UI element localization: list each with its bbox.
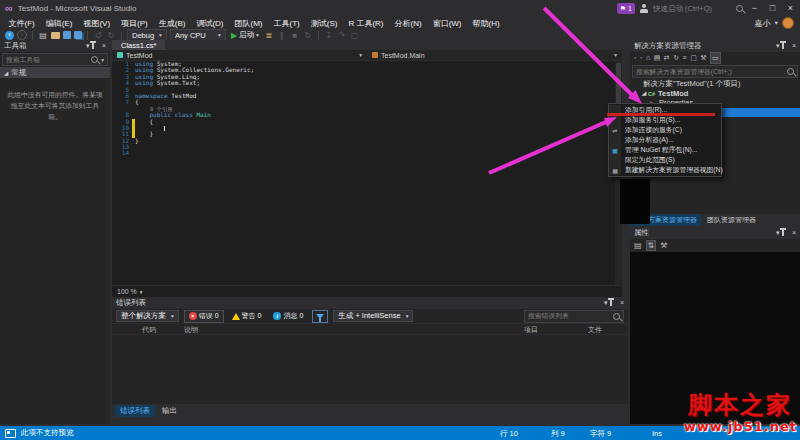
type-dropdown[interactable]: TestMod ▾ — [112, 52, 367, 59]
stop-icon[interactable]: ■ — [290, 30, 300, 41]
new-project-icon[interactable]: ▤ — [38, 30, 48, 41]
filter-button[interactable] — [312, 310, 328, 323]
menu-item-添加分析器(A)...[interactable]: 添加分析器(A)... — [609, 135, 721, 145]
close-icon[interactable]: × — [792, 41, 796, 51]
categorized-icon[interactable]: ▤ — [634, 241, 642, 250]
pin-icon[interactable] — [92, 43, 94, 49]
chevron-down-icon[interactable]: ▾ — [776, 41, 780, 51]
chevron-down-icon[interactable]: ▾ — [776, 228, 780, 238]
errors-filter-button[interactable]: ×错误 0 — [184, 310, 224, 323]
toolbox-empty-message: 此组中没有可用的控件。将某项拖至此文本可将其添加到工具箱。 — [0, 78, 110, 135]
menu-item[interactable]: 帮助(H) — [467, 18, 505, 29]
bookmark-icon[interactable]: ▢ — [350, 30, 360, 41]
tree-item-csharp-project[interactable]: ◢C#TestMod — [630, 89, 800, 99]
code-text-area[interactable]: 1using System;2using System.Collections.… — [112, 61, 622, 285]
alphabetical-icon[interactable]: ⇅ — [646, 240, 657, 251]
back-icon[interactable]: ◦ — [634, 53, 636, 63]
pin-icon[interactable] — [782, 230, 784, 236]
notifications-badge[interactable]: ⚑1 — [617, 3, 635, 14]
menu-item[interactable]: 分析(N) — [389, 18, 427, 29]
member-dropdown[interactable]: TestMod.Main ▾ — [367, 52, 622, 59]
sync-with-active-document-icon[interactable]: ⇄ — [664, 53, 670, 63]
toolbox-section-general[interactable]: ◢ 常规 — [0, 67, 110, 78]
refresh-icon[interactable]: ↻ — [673, 53, 679, 63]
zoom-level-dropdown[interactable]: 100 % — [117, 288, 137, 295]
toolbox-search-input[interactable]: 搜索工具箱 ▾ — [2, 53, 108, 66]
menu-item[interactable]: 文件(F) — [3, 18, 40, 29]
step-into-icon[interactable]: ↧ — [324, 30, 334, 41]
column-header-4[interactable]: 文件 — [588, 325, 602, 335]
menu-item[interactable]: R 工具(R) — [343, 18, 389, 29]
chevron-down-icon[interactable]: ▾ — [86, 41, 90, 51]
attach-debugger-icon[interactable]: ≣ — [264, 30, 274, 41]
expander-icon[interactable]: ◢ — [640, 90, 648, 96]
restart-icon[interactable]: ↻ — [303, 30, 313, 41]
step-over-icon[interactable]: ↷ — [337, 30, 347, 41]
close-button[interactable]: × — [784, 2, 797, 15]
warnings-filter-button[interactable]: 警告 0 — [228, 311, 266, 322]
quick-launch-search-icon — [736, 5, 743, 12]
column-header-3[interactable]: 项目 — [524, 325, 538, 335]
minimize-button[interactable]: − — [748, 2, 761, 15]
menu-item[interactable]: 生成(B) — [153, 18, 191, 29]
pause-icon[interactable]: ∥ — [277, 30, 287, 41]
menu-item[interactable]: 测试(S) — [305, 18, 343, 29]
pin-icon[interactable] — [610, 300, 612, 306]
tab-class1-cs[interactable]: Class1.cs* — [112, 40, 165, 50]
source-dropdown[interactable]: 生成 + IntelliSense ▾ — [333, 310, 413, 322]
tab-错误列表[interactable]: 错误列表 — [115, 405, 155, 417]
code-lines: 1using System;2using System.Collections.… — [112, 61, 622, 157]
navigate-back-icon[interactable]: ‹ — [5, 31, 14, 40]
close-icon[interactable]: × — [620, 298, 624, 308]
quick-launch-input[interactable]: 快速启动 (Ctrl+Q) — [653, 4, 731, 14]
tab-输出[interactable]: 输出 — [157, 405, 182, 417]
menu-item[interactable]: 窗口(W) — [427, 18, 467, 29]
error-list-search-input[interactable]: 搜索错误列表 — [524, 310, 624, 323]
save-icon[interactable] — [63, 31, 71, 39]
home-icon[interactable]: ⌂ — [646, 53, 650, 63]
redo-icon[interactable]: ↻ — [106, 30, 116, 41]
undo-icon[interactable]: ↺ — [93, 30, 103, 41]
column-header-1[interactable]: 代码 — [142, 325, 156, 335]
preview-selected-items-icon[interactable]: ▭ — [710, 52, 721, 64]
solution-explorer-search-input[interactable]: 搜索解决方案资源管理器(Ctrl+;) — [632, 65, 798, 78]
messages-filter-button[interactable]: i消息 0 — [269, 311, 307, 322]
close-icon[interactable]: × — [792, 228, 796, 238]
error-list-body[interactable] — [112, 335, 628, 404]
menu-item-添加服务引用(S)...[interactable]: 添加服务引用(S)... — [609, 115, 721, 125]
menu-item-新建解决方案资源管理器视图(N)[interactable]: ▦新建解决方案资源管理器视图(N) — [609, 165, 721, 175]
menu-item[interactable]: 团队(M) — [229, 18, 268, 29]
menu-item-限定为此范围(S)[interactable]: 限定为此范围(S) — [609, 155, 721, 165]
close-icon[interactable]: × — [102, 41, 106, 51]
navigate-forward-icon[interactable]: › — [17, 30, 27, 40]
search-icon — [613, 313, 620, 320]
menu-item-添加连接的服务(C)[interactable]: ⇄添加连接的服务(C) — [609, 125, 721, 135]
menu-item[interactable]: 项目(P) — [116, 18, 154, 29]
tree-item-solution[interactable]: 解决方案"TestMod"(1 个项目) — [630, 79, 800, 89]
maximize-button[interactable]: □ — [766, 2, 779, 15]
forward-icon[interactable]: ◦ — [640, 53, 642, 63]
chevron-down-icon[interactable]: ▾ — [604, 298, 608, 308]
show-all-files-icon[interactable]: ▢ — [690, 53, 697, 63]
scope-dropdown[interactable]: 整个解决方案 ▾ — [116, 310, 179, 322]
properties-icon[interactable]: ⚒ — [700, 53, 706, 63]
pin-icon[interactable] — [782, 43, 784, 49]
menu-item[interactable]: 工具(T) — [268, 18, 305, 29]
properties-title: 属性 — [634, 228, 649, 238]
feedback-person-icon[interactable] — [640, 4, 648, 13]
start-debugging-button[interactable]: ▶启动▾ — [231, 30, 259, 40]
tab-团队资源管理器[interactable]: 团队资源管理器 — [703, 214, 760, 226]
menu-item[interactable]: 编辑(E) — [40, 18, 78, 29]
switch-views-icon[interactable]: ▤ — [654, 53, 661, 63]
code-editor: Class1.cs* TestMod ▾ TestMod.Main ▾ 1usi… — [112, 40, 622, 297]
title-bar: ∞ TestMod - Microsoft Visual Studio ⚑1 快… — [0, 0, 800, 17]
menu-item[interactable]: 调试(D) — [191, 18, 229, 29]
open-file-icon[interactable] — [51, 32, 60, 39]
signed-in-user[interactable]: 嘉小 ▼ — [755, 17, 794, 29]
menu-item[interactable]: 视图(V) — [78, 18, 116, 29]
property-pages-icon[interactable]: ⚒ — [660, 241, 667, 250]
column-header-2[interactable]: 说明 — [184, 325, 198, 335]
collapse-all-icon[interactable]: ≡ — [683, 53, 687, 63]
save-all-icon[interactable] — [74, 31, 82, 39]
menu-item-管理 NuGet 程序包(N)...[interactable]: ▣管理 NuGet 程序包(N)... — [609, 145, 721, 155]
